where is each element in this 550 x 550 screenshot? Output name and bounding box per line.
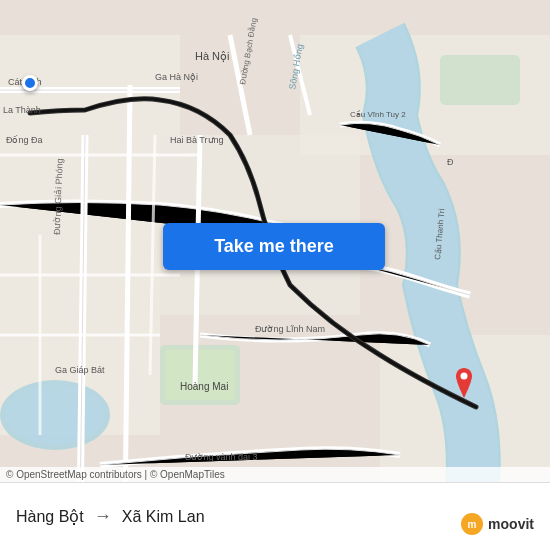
svg-text:m: m: [468, 519, 477, 530]
svg-rect-9: [165, 350, 235, 400]
svg-text:La Thành: La Thành: [3, 105, 41, 115]
svg-text:Đường Lĩnh Nam: Đường Lĩnh Nam: [255, 324, 325, 334]
svg-rect-10: [440, 55, 520, 105]
destination-label: Xã Kim Lan: [122, 508, 205, 526]
map-attribution: © OpenStreetMap contributors | © OpenMap…: [0, 467, 550, 482]
svg-text:Đ: Đ: [447, 157, 454, 167]
svg-point-7: [5, 385, 105, 445]
origin-marker: [22, 75, 38, 91]
svg-text:Cầu Vĩnh Tuy 2: Cầu Vĩnh Tuy 2: [350, 110, 406, 119]
destination-marker: [452, 368, 476, 398]
svg-point-34: [461, 373, 468, 380]
moovit-logo: m moovit: [460, 512, 534, 536]
svg-text:Hoàng Mai: Hoàng Mai: [180, 381, 228, 392]
origin-label: Hàng Bột: [16, 507, 84, 526]
svg-text:Đường vành đai 3: Đường vành đai 3: [185, 452, 258, 462]
take-me-there-button[interactable]: Take me there: [163, 223, 385, 270]
svg-text:Ga Hà Nội: Ga Hà Nội: [155, 72, 198, 82]
svg-text:Hà Nội: Hà Nội: [195, 50, 230, 63]
svg-text:Đống Đa: Đống Đa: [6, 135, 43, 145]
direction-arrow-icon: →: [94, 506, 112, 527]
svg-text:Ga Giáp Bát: Ga Giáp Bát: [55, 365, 105, 375]
svg-text:Hai Bà Trưng: Hai Bà Trưng: [170, 135, 224, 145]
bottom-navigation-bar: Hàng Bột → Xã Kim Lan m moovit: [0, 482, 550, 550]
moovit-brand-text: moovit: [488, 516, 534, 532]
map-container: Hà Nội Cát Linh Ga Hà Nội La Thành Đống …: [0, 0, 550, 550]
